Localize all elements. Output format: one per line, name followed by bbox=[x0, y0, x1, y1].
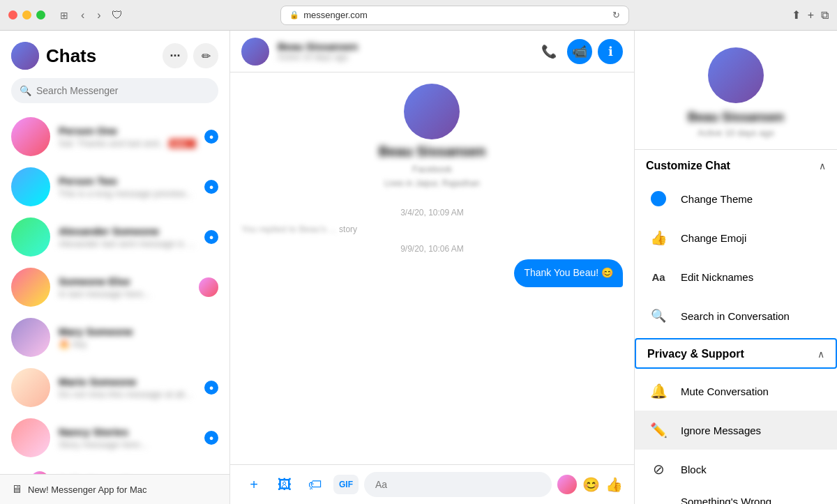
new-tab-button[interactable]: + bbox=[808, 9, 814, 22]
message-bubble: Thank You Beau! 😊 bbox=[514, 259, 623, 287]
unread-badge: ● bbox=[204, 230, 218, 244]
list-item[interactable]: Person Two This is a long message previe… bbox=[0, 162, 229, 212]
list-item[interactable]: Hello Group Message Group message previe… bbox=[0, 463, 229, 474]
privacy-support-title: Privacy & Support bbox=[647, 348, 744, 360]
info-button[interactable]: ℹ bbox=[598, 39, 623, 64]
chat-info: Someone Else In last message here... bbox=[59, 275, 190, 299]
list-item[interactable]: Nancy Stories Story message here... ● bbox=[0, 413, 229, 463]
chat-name: Mario Someone bbox=[59, 376, 196, 388]
like-button[interactable]: 👍 bbox=[605, 476, 623, 493]
refresh-button[interactable]: ↻ bbox=[612, 10, 620, 20]
close-traffic-light[interactable] bbox=[8, 10, 17, 20]
list-item[interactable]: Someone Else In last message here... bbox=[0, 262, 229, 312]
customize-chat-header[interactable]: Customize Chat ∧ bbox=[635, 150, 837, 179]
search-icon: 🔍 bbox=[20, 85, 31, 96]
address-bar[interactable]: 🔒 messenger.com ↻ bbox=[280, 6, 629, 25]
message-timestamp: 9/9/20, 10:06 AM bbox=[241, 244, 623, 254]
sticker-button[interactable]: 🏷 bbox=[303, 472, 328, 497]
warning-icon: ⚠ bbox=[646, 497, 671, 504]
chevron-up-icon: ∧ bbox=[819, 160, 826, 171]
chat-meta: ● bbox=[204, 130, 218, 144]
phone-call-button[interactable]: 📞 bbox=[536, 39, 561, 64]
preview-thumbnail bbox=[199, 277, 218, 297]
list-item[interactable]: Mary Someone 🔥 hey bbox=[0, 312, 229, 362]
change-theme-label: Change Theme bbox=[681, 193, 753, 205]
customize-chat-title: Customize Chat bbox=[646, 160, 730, 172]
chat-preview: This is a long message preview... bbox=[59, 188, 196, 199]
chat-name: Someone Else bbox=[59, 275, 190, 287]
chat-header-status: Active 10 days ago bbox=[278, 52, 528, 62]
sidebar-toggle-button[interactable]: ⊞ bbox=[56, 8, 72, 22]
footer-text: New! Messenger App for Mac bbox=[28, 484, 147, 495]
browser-titlebar: ⊞ ‹ › 🛡 🔒 messenger.com ↻ ⬆ + ⧉ bbox=[0, 0, 837, 31]
windows-button[interactable]: ⧉ bbox=[821, 9, 829, 22]
url-text: messenger.com bbox=[303, 10, 368, 20]
user-avatar[interactable] bbox=[11, 42, 39, 70]
something-wrong-item[interactable]: ⚠ Something's Wrong Give feedback and re… bbox=[635, 489, 837, 504]
privacy-support-header[interactable]: Privacy & Support ∧ bbox=[636, 339, 836, 367]
image-button[interactable]: 🖼 bbox=[272, 472, 297, 497]
block-icon: ⊘ bbox=[646, 457, 671, 482]
forward-button[interactable]: › bbox=[93, 8, 104, 23]
minimize-traffic-light[interactable] bbox=[22, 10, 31, 20]
back-button[interactable]: ‹ bbox=[77, 8, 88, 23]
traffic-lights bbox=[8, 10, 45, 20]
contact-name-center: Beau Sissansen bbox=[379, 144, 485, 160]
chat-header-name: Beau Sissansen bbox=[278, 40, 528, 52]
more-options-button[interactable]: ··· bbox=[163, 43, 188, 68]
chat-meta: ● bbox=[204, 381, 218, 395]
maximize-traffic-light[interactable] bbox=[36, 10, 45, 20]
chat-preview: In last message here... bbox=[59, 289, 190, 299]
lock-icon: 🔒 bbox=[289, 10, 299, 20]
change-emoji-item[interactable]: 👍 Change Emoji bbox=[635, 218, 837, 257]
chat-header-avatar bbox=[241, 38, 269, 66]
something-wrong-content: Something's Wrong Give feedback and repo… bbox=[681, 496, 826, 504]
profile-status: Active 10 days ago bbox=[698, 128, 774, 138]
right-panel: Beau Sissansen Active 10 days ago Custom… bbox=[635, 31, 837, 504]
block-item[interactable]: ⊘ Block bbox=[635, 450, 837, 489]
add-button[interactable]: + bbox=[241, 472, 266, 497]
share-button[interactable]: ⬆ bbox=[792, 8, 801, 22]
chat-meta bbox=[199, 277, 218, 297]
chat-name: Mary Someone bbox=[59, 326, 210, 337]
story-text: story bbox=[339, 224, 357, 234]
chat-info: Mario Someone Do not miss this message a… bbox=[59, 376, 196, 399]
video-call-button[interactable]: 📹 bbox=[567, 39, 592, 64]
edit-nicknames-label: Edit Nicknames bbox=[681, 271, 753, 283]
edit-nicknames-item[interactable]: Aa Edit Nicknames bbox=[635, 257, 837, 296]
sidebar-header-actions: ··· ✏ bbox=[163, 43, 218, 68]
chat-info: Nancy Stories Story message here... bbox=[59, 426, 196, 450]
ignore-messages-item[interactable]: ✏️ Ignore Messages bbox=[635, 411, 837, 450]
search-input[interactable] bbox=[11, 78, 218, 103]
chat-preview: Sat: Thanks and last and... ●●●●● bbox=[59, 138, 196, 148]
message-input[interactable] bbox=[364, 472, 552, 497]
search-conversation-item[interactable]: 🔍 Search in Conversation bbox=[635, 296, 837, 335]
chat-name: Person Two bbox=[59, 175, 196, 187]
right-panel-profile: Beau Sissansen Active 10 days ago bbox=[635, 31, 837, 150]
avatar bbox=[29, 470, 50, 474]
emoji-button[interactable]: 😊 bbox=[582, 476, 600, 493]
change-theme-item[interactable]: Change Theme bbox=[635, 179, 837, 218]
unread-badge: ● bbox=[204, 431, 218, 445]
chat-list: Person One Sat: Thanks and last and... ●… bbox=[0, 112, 229, 474]
chat-area: Beau Sissansen Active 10 days ago 📞 📹 ℹ … bbox=[230, 31, 635, 504]
list-item[interactable]: Alexander Someone Alexander last sent me… bbox=[0, 212, 229, 262]
mute-conversation-item[interactable]: 🔔 Mute Conversation bbox=[635, 372, 837, 411]
ignore-messages-label: Ignore Messages bbox=[681, 425, 761, 436]
avatar bbox=[11, 318, 50, 357]
story-indicator: You replied to Beau's ... bbox=[241, 224, 339, 234]
chat-meta: ● bbox=[204, 431, 218, 445]
privacy-support-section: Privacy & Support ∧ bbox=[635, 338, 837, 369]
chevron-up-icon: ∧ bbox=[817, 349, 824, 360]
message-bubble: You replied to Beau's ... story bbox=[241, 223, 357, 236]
contact-location: Lives in Jaipur, Rajasthan bbox=[384, 178, 480, 188]
chat-info: Person Two This is a long message previe… bbox=[59, 175, 196, 199]
list-item[interactable]: Person One Sat: Thanks and last and... ●… bbox=[0, 112, 229, 162]
search-box: 🔍 bbox=[11, 78, 218, 103]
list-item[interactable]: Mario Someone Do not miss this message a… bbox=[0, 362, 229, 413]
gif-button[interactable]: GIF bbox=[333, 475, 359, 494]
compose-button[interactable]: ✏ bbox=[193, 43, 218, 68]
contact-sub: Facebook bbox=[412, 164, 452, 174]
avatar bbox=[11, 117, 50, 156]
customize-chat-section: Customize Chat ∧ Change Theme 👍 Change E… bbox=[635, 150, 837, 335]
